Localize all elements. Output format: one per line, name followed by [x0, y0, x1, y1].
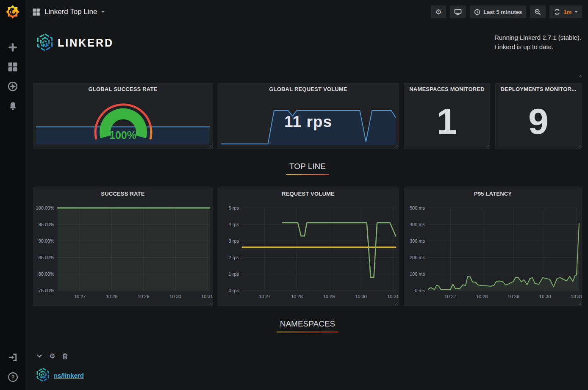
row-header-namespaces: NAMESPACES	[33, 306, 582, 345]
x-axis-tick-label: 10:30	[169, 294, 181, 299]
dashboard-content: LINKERD Running Linkerd 2.7.1 (stable). …	[25, 24, 588, 390]
y-axis-tick-label: 0 ms	[415, 288, 425, 293]
y-axis-tick-label: 400 ms	[410, 222, 425, 227]
alerting-bell-icon[interactable]	[7, 100, 18, 111]
y-axis-tick-label: 2 rps	[229, 255, 239, 260]
grafana-logo[interactable]	[6, 5, 20, 21]
panel-title[interactable]: REQUEST VOLUME	[218, 188, 398, 199]
y-axis-tick-label: 300 ms	[410, 238, 425, 243]
panel-deployments-monitored: DEPLOYMENTS MONITOR... 9	[495, 83, 582, 149]
panel-p95-latency-graph: P95 LATENCY 0 ms100 ms200 ms300 ms400 ms…	[404, 188, 582, 306]
zoom-out-button[interactable]	[530, 6, 546, 18]
panel-global-success-rate: GLOBAL SUCCESS RATE 100%	[33, 83, 213, 149]
x-axis-tick-label: 10:29	[508, 294, 519, 299]
series-line	[283, 223, 396, 277]
x-axis-tick-label: 10:28	[106, 294, 118, 299]
y-axis-tick-label: 5 rps	[229, 205, 239, 210]
gear-icon: ⚙	[435, 8, 442, 16]
dashboard-title-button[interactable]: Linkerd Top Line	[32, 8, 105, 16]
time-range-label: Last 5 minutes	[483, 9, 522, 15]
explore-compass-icon[interactable]	[7, 81, 18, 92]
stats-row: GLOBAL SUCCESS RATE 100% GLOBAL REQUEST …	[33, 83, 582, 149]
y-axis-tick-label: 100 ms	[410, 271, 425, 277]
y-axis-tick-label: 4 rps	[229, 222, 239, 227]
linkerd-logo-icon	[36, 368, 50, 383]
status-line-2: Linkerd is up to date.	[494, 42, 581, 52]
dashboard-settings-button[interactable]: ⚙	[431, 6, 446, 18]
panel-global-request-volume: GLOBAL REQUEST VOLUME 11 rps	[218, 83, 399, 149]
row-settings-gear-icon[interactable]: ⚙	[49, 353, 55, 360]
sign-in-icon[interactable]	[7, 352, 18, 363]
chevron-down-icon	[574, 11, 578, 13]
nav-actions: ⚙ Last 5 minutes 1m	[431, 6, 582, 18]
panel-title[interactable]: P95 LATENCY	[404, 188, 582, 199]
panel-title[interactable]: NAMESPACES MONITORED	[404, 83, 490, 94]
sidebar: ?	[0, 0, 25, 390]
y-axis-tick-label: 80.00%	[39, 271, 55, 277]
x-axis-tick-label: 10:30	[355, 294, 367, 299]
row-underline	[277, 332, 339, 332]
monitor-icon	[454, 8, 462, 15]
row-toggle-namespaces[interactable]: NAMESPACES	[277, 319, 339, 332]
x-axis-tick-label: 10:30	[539, 294, 551, 299]
graphs-row: SUCCESS RATE 75.00%80.00%85.00%90.00%95.…	[33, 188, 582, 306]
cycle-view-mode-button[interactable]	[450, 6, 466, 18]
top-navbar: Linkerd Top Line ⚙ Last 5 minutes 1m	[25, 0, 588, 24]
linkerd-logo-icon	[36, 33, 54, 53]
status-line-1: Running Linkerd 2.7.1 (stable).	[494, 33, 581, 42]
time-range-picker[interactable]: Last 5 minutes	[470, 6, 526, 18]
panel-resize-handle[interactable]	[577, 73, 581, 77]
linkerd-header-panel: LINKERD Running Linkerd 2.7.1 (stable). …	[33, 26, 582, 78]
y-axis-tick-label: 3 rps	[229, 238, 239, 243]
row-delete-trash-icon[interactable]	[62, 353, 68, 360]
y-axis-tick-label: 500 ms	[410, 205, 425, 210]
x-axis-tick-label: 10:27	[259, 294, 271, 299]
x-axis-tick-label: 10:29	[138, 294, 150, 299]
namespace-link-row: ns/linkerd	[33, 368, 582, 383]
refresh-picker[interactable]: 1m	[549, 6, 582, 18]
x-axis-tick-label: 10:28	[291, 294, 303, 299]
y-axis-tick-label: 75.00%	[39, 288, 55, 293]
refresh-icon	[554, 8, 560, 15]
linkerd-brand-name: LINKERD	[58, 37, 114, 49]
dashboards-icon[interactable]	[7, 61, 18, 72]
help-icon[interactable]: ?	[7, 371, 18, 382]
x-axis-tick-label: 10:28	[476, 294, 488, 299]
clock-icon	[474, 9, 480, 15]
row-collapse-chevron-icon[interactable]	[37, 354, 42, 358]
panel-request-volume-graph: REQUEST VOLUME 0 rps1 rps2 rps3 rps4 rps…	[218, 188, 399, 306]
dashboard-grid-icon	[32, 8, 40, 16]
panel-namespaces-monitored: NAMESPACES MONITORED 1	[404, 83, 490, 149]
y-axis-tick-label: 100.00%	[36, 205, 55, 210]
success-rate-chart: 75.00%80.00%85.00%90.00%95.00%100.00%10:…	[33, 188, 212, 306]
x-axis-tick-label: 10:27	[444, 294, 456, 299]
svg-text:?: ?	[11, 373, 14, 380]
success-rate-gauge: 100%	[33, 94, 212, 149]
panel-title[interactable]: SUCCESS RATE	[33, 188, 212, 199]
request-volume-chart: 0 rps1 rps2 rps3 rps4 rps5 rps10:2710:28…	[218, 188, 398, 306]
request-volume-value: 11 rps	[218, 113, 398, 131]
panel-title[interactable]: GLOBAL SUCCESS RATE	[33, 83, 212, 94]
y-axis-tick-label: 90.00%	[39, 238, 55, 243]
row-label: TOP LINE	[286, 162, 329, 171]
chart-canvas: 0 ms100 ms200 ms300 ms400 ms500 ms10:271…	[404, 188, 582, 306]
series-line	[428, 224, 579, 290]
create-add-icon[interactable]	[7, 42, 18, 53]
y-axis-tick-label: 0 rps	[229, 288, 239, 293]
row-toggle-top-line[interactable]: TOP LINE	[286, 162, 329, 175]
x-axis-tick-label: 10:29	[323, 294, 335, 299]
namespace-link[interactable]: ns/linkerd	[54, 372, 84, 379]
x-axis-tick-label: 10:31	[201, 294, 212, 299]
namespaces-monitored-value: 1	[404, 94, 490, 148]
y-axis-tick-label: 85.00%	[39, 255, 55, 260]
row-label: NAMESPACES	[277, 319, 339, 329]
namespace-row-controls: ⚙	[33, 351, 582, 361]
gauge-value: 100%	[109, 129, 136, 141]
panel-title[interactable]: GLOBAL REQUEST VOLUME	[218, 83, 398, 94]
panel-title[interactable]: DEPLOYMENTS MONITOR...	[496, 83, 581, 94]
x-axis-tick-label: 10:27	[74, 294, 86, 299]
y-axis-tick-label: 95.00%	[39, 222, 55, 227]
page-title: Linkerd Top Line	[44, 8, 97, 16]
y-axis-tick-label: 1 rps	[229, 271, 239, 277]
p95-latency-chart: 0 ms100 ms200 ms300 ms400 ms500 ms10:271…	[404, 188, 582, 306]
